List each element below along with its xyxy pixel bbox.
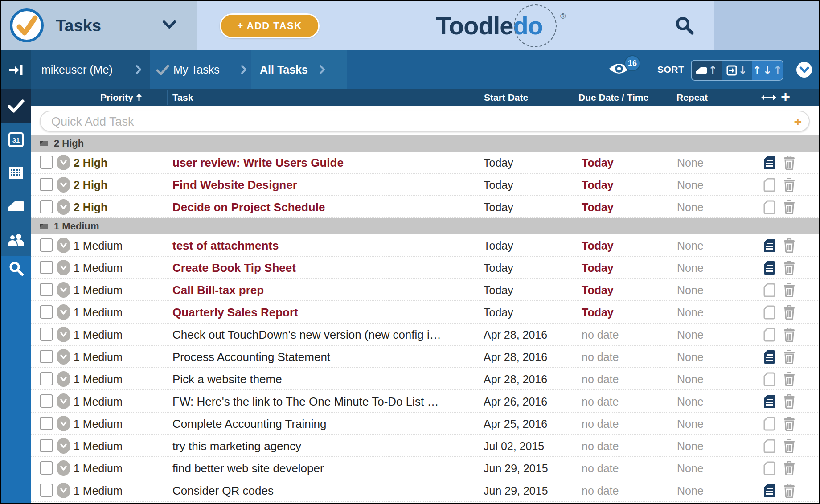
task-start-date[interactable]: Today [484, 152, 513, 174]
delete-task-icon[interactable] [783, 261, 795, 277]
task-title[interactable]: user review: Write Users Guide [172, 152, 480, 174]
delete-task-icon[interactable] [783, 305, 795, 321]
note-icon[interactable] [763, 238, 775, 253]
breadcrumb-mytasks[interactable]: My Tasks [173, 50, 220, 89]
task-start-date[interactable]: Apr 28, 2016 [484, 324, 547, 346]
sort-by-date-button[interactable]: ↓ [722, 61, 752, 80]
task-priority[interactable]: 2 High [74, 174, 107, 196]
resize-columns-icon[interactable] [761, 91, 777, 107]
task-title[interactable]: FW: Here's the link to The One Minute To… [172, 390, 480, 413]
task-checkbox[interactable] [40, 484, 53, 497]
task-priority[interactable]: 1 Medium [74, 435, 123, 457]
sidebar-item-search[interactable] [1, 256, 31, 277]
task-start-date[interactable]: Today [484, 257, 513, 279]
task-expand-chevron[interactable] [57, 260, 70, 275]
nav-chevron-down-icon[interactable] [162, 19, 177, 32]
task-expand-chevron[interactable] [57, 282, 70, 298]
note-icon[interactable] [763, 305, 775, 321]
task-expand-chevron[interactable] [57, 483, 70, 498]
task-due-date[interactable]: no date [582, 413, 619, 435]
delete-task-icon[interactable] [783, 350, 795, 366]
sidebar-item-collaboration[interactable] [1, 223, 31, 256]
add-column-button[interactable]: + [781, 89, 790, 106]
task-repeat[interactable]: None [677, 390, 704, 413]
priority-group-header[interactable]: 1 Medium [31, 218, 820, 234]
task-title[interactable]: Consider QR codes [172, 479, 480, 502]
task-repeat[interactable]: None [677, 196, 704, 218]
task-priority[interactable]: 1 Medium [74, 234, 123, 257]
task-expand-chevron[interactable] [57, 199, 70, 215]
note-icon[interactable] [763, 200, 775, 216]
expand-panel-button[interactable] [796, 62, 812, 78]
sort-order-button[interactable]: ↑↓↑ [752, 61, 783, 80]
task-priority[interactable]: 1 Medium [74, 457, 123, 479]
task-due-date[interactable]: no date [582, 368, 619, 390]
note-icon[interactable] [763, 156, 775, 170]
sidebar-item-habits[interactable] [1, 189, 31, 223]
task-priority[interactable]: 1 Medium [74, 301, 123, 324]
delete-task-icon[interactable] [783, 484, 795, 500]
add-task-button[interactable]: + ADD TASK [220, 13, 320, 38]
task-priority[interactable]: 2 High [74, 196, 107, 218]
delete-task-icon[interactable] [783, 372, 795, 388]
task-title[interactable]: Quarterly Sales Report [172, 301, 480, 324]
task-checkbox[interactable] [40, 261, 53, 274]
note-icon[interactable] [763, 484, 775, 498]
task-due-date[interactable]: no date [582, 479, 619, 502]
task-expand-chevron[interactable] [57, 177, 70, 193]
column-header-start-date[interactable]: Start Date [484, 89, 528, 106]
task-due-date[interactable]: no date [582, 324, 619, 346]
task-due-date[interactable]: no date [582, 435, 619, 457]
task-checkbox[interactable] [40, 178, 53, 191]
task-priority[interactable]: 1 Medium [74, 257, 123, 279]
column-header-repeat[interactable]: Repeat [676, 89, 708, 106]
task-checkbox[interactable] [40, 283, 53, 296]
visible-tasks-toggle[interactable]: 16 [608, 61, 644, 87]
task-expand-chevron[interactable] [57, 460, 70, 476]
priority-group-header[interactable]: 2 High [31, 135, 820, 152]
task-repeat[interactable]: None [677, 413, 704, 435]
task-checkbox[interactable] [40, 305, 53, 319]
delete-task-icon[interactable] [783, 461, 795, 477]
delete-task-icon[interactable] [783, 238, 795, 254]
sidebar-item-calendar[interactable]: 31 [1, 123, 31, 156]
delete-task-icon[interactable] [783, 439, 795, 455]
task-expand-chevron[interactable] [57, 438, 70, 454]
task-due-date[interactable]: Today [582, 279, 614, 301]
column-header-task[interactable]: Task [172, 89, 193, 106]
delete-task-icon[interactable] [783, 283, 795, 299]
task-due-date[interactable]: no date [582, 390, 619, 413]
task-due-date[interactable]: Today [582, 196, 614, 218]
note-icon[interactable] [763, 283, 775, 299]
delete-task-icon[interactable] [783, 417, 795, 433]
task-title[interactable]: find better web site developer [172, 457, 480, 479]
task-priority[interactable]: 1 Medium [74, 368, 123, 390]
note-icon[interactable] [763, 350, 775, 364]
task-repeat[interactable]: None [677, 435, 704, 457]
delete-task-icon[interactable] [783, 178, 795, 194]
task-checkbox[interactable] [40, 328, 53, 341]
delete-task-icon[interactable] [783, 156, 795, 172]
task-priority[interactable]: 1 Medium [74, 346, 123, 368]
note-icon[interactable] [763, 394, 775, 409]
quick-add-plus-button[interactable]: + [794, 114, 802, 129]
task-title[interactable]: test of attachments [172, 234, 480, 257]
task-expand-chevron[interactable] [57, 155, 70, 170]
task-repeat[interactable]: None [677, 174, 704, 196]
task-title[interactable]: Check out TouchDown's new version (new c… [172, 324, 480, 346]
task-repeat[interactable]: None [677, 152, 704, 174]
task-start-date[interactable]: Jun 29, 2015 [484, 457, 548, 479]
note-icon[interactable] [763, 372, 775, 388]
task-start-date[interactable]: Today [484, 174, 513, 196]
task-due-date[interactable]: Today [582, 152, 614, 174]
task-repeat[interactable]: None [677, 301, 704, 324]
breadcrumb-user[interactable]: mikeuser (Me) [41, 50, 113, 89]
task-checkbox[interactable] [40, 350, 53, 363]
note-icon[interactable] [763, 439, 775, 455]
task-start-date[interactable]: Today [484, 279, 513, 301]
task-due-date[interactable]: Today [582, 174, 614, 196]
note-icon[interactable] [763, 328, 775, 344]
task-title[interactable]: Decide on Project Schedule [172, 196, 480, 218]
task-start-date[interactable]: Apr 28, 2016 [484, 346, 547, 368]
task-repeat[interactable]: None [677, 457, 704, 479]
